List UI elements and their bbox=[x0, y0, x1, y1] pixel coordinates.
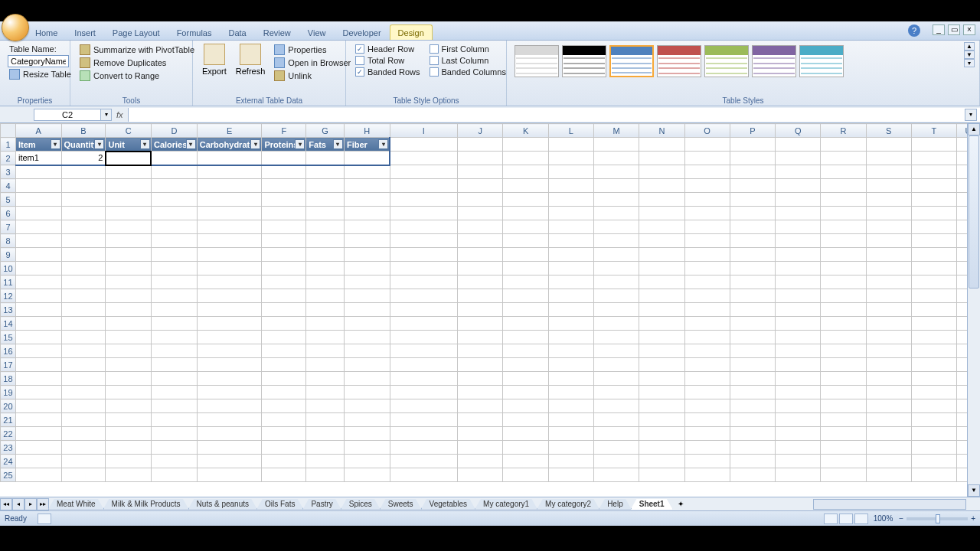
sheet-tab-sheet1[interactable]: Sheet1 bbox=[631, 499, 673, 510]
cell-J16[interactable] bbox=[458, 344, 503, 358]
cell-E24[interactable] bbox=[197, 455, 262, 468]
cell-E7[interactable] bbox=[197, 220, 262, 234]
sheet-tab-spices[interactable]: Spices bbox=[341, 499, 381, 510]
cell-C5[interactable] bbox=[106, 193, 151, 207]
cell-M24[interactable] bbox=[593, 455, 639, 468]
cell-K4[interactable] bbox=[503, 179, 548, 193]
export-button[interactable]: Export bbox=[198, 42, 231, 77]
cell-E3[interactable] bbox=[197, 165, 262, 179]
cell-P23[interactable] bbox=[730, 441, 775, 455]
cell-N21[interactable] bbox=[639, 413, 684, 427]
cell-G22[interactable] bbox=[306, 427, 345, 441]
cell-A16[interactable] bbox=[15, 344, 61, 358]
cell-E16[interactable] bbox=[197, 344, 262, 358]
cell-S22[interactable] bbox=[866, 427, 911, 441]
cell-K9[interactable] bbox=[503, 248, 548, 262]
cell-R4[interactable] bbox=[821, 179, 866, 193]
col-header-H[interactable]: H bbox=[344, 124, 390, 138]
cell-J11[interactable] bbox=[458, 276, 503, 289]
cell-I6[interactable] bbox=[390, 207, 458, 220]
cell-A11[interactable] bbox=[15, 276, 61, 289]
cell-O15[interactable] bbox=[684, 331, 730, 344]
cell-R13[interactable] bbox=[821, 303, 866, 317]
cell-K10[interactable] bbox=[503, 262, 548, 276]
cell-R17[interactable] bbox=[821, 358, 866, 372]
col-header-P[interactable]: P bbox=[730, 124, 775, 138]
cell-O5[interactable] bbox=[684, 193, 730, 207]
cell-L7[interactable] bbox=[548, 220, 593, 234]
cell-C8[interactable] bbox=[106, 234, 151, 248]
formula-expand-button[interactable]: ▾ bbox=[965, 109, 977, 121]
cell-N16[interactable] bbox=[639, 344, 684, 358]
cell-R10[interactable] bbox=[821, 262, 866, 276]
cell-I4[interactable] bbox=[390, 179, 458, 193]
cell-S7[interactable] bbox=[866, 220, 911, 234]
name-box-dropdown[interactable]: ▾ bbox=[101, 109, 112, 121]
cell-R25[interactable] bbox=[821, 468, 866, 482]
cell-E25[interactable] bbox=[197, 468, 262, 482]
office-button[interactable] bbox=[2, 14, 29, 41]
sheet-tab-help[interactable]: Help bbox=[599, 499, 632, 510]
cell-R3[interactable] bbox=[821, 165, 866, 179]
row-header-10[interactable]: 10 bbox=[1, 262, 16, 276]
cell-K12[interactable] bbox=[503, 289, 548, 303]
cell-J7[interactable] bbox=[458, 220, 503, 234]
cell-O20[interactable] bbox=[684, 399, 730, 413]
cell-O19[interactable] bbox=[684, 386, 730, 399]
cell-D12[interactable] bbox=[151, 289, 197, 303]
sheet-tab-vegetables[interactable]: Vegetables bbox=[421, 499, 476, 510]
cell-C3[interactable] bbox=[106, 165, 151, 179]
row-header-1[interactable]: 1 bbox=[1, 138, 16, 152]
cell-C9[interactable] bbox=[106, 248, 151, 262]
cell-T2[interactable] bbox=[911, 152, 956, 165]
cell-G12[interactable] bbox=[306, 289, 345, 303]
col-header-C[interactable]: C bbox=[106, 124, 151, 138]
styleopt-tr[interactable]: Total Row bbox=[354, 55, 422, 66]
cell-T20[interactable] bbox=[911, 399, 956, 413]
sheet-nav-first[interactable]: ◂◂ bbox=[0, 498, 12, 510]
cell-A20[interactable] bbox=[15, 399, 61, 413]
filter-dropdown-fiber[interactable]: ▾ bbox=[378, 139, 388, 149]
cell-F21[interactable] bbox=[262, 413, 306, 427]
cell-L10[interactable] bbox=[548, 262, 593, 276]
cell-B3[interactable] bbox=[61, 165, 106, 179]
cell-S25[interactable] bbox=[866, 468, 911, 482]
cell-G24[interactable] bbox=[306, 455, 345, 468]
cell-L16[interactable] bbox=[548, 344, 593, 358]
cell-A15[interactable] bbox=[15, 331, 61, 344]
row-header-24[interactable]: 24 bbox=[1, 455, 16, 468]
cell-D20[interactable] bbox=[151, 399, 197, 413]
cell-H19[interactable] bbox=[344, 386, 390, 399]
cell-I7[interactable] bbox=[390, 220, 458, 234]
cell-P22[interactable] bbox=[730, 427, 775, 441]
cell-O12[interactable] bbox=[684, 289, 730, 303]
cell-G14[interactable] bbox=[306, 317, 345, 331]
cell-Q19[interactable] bbox=[776, 386, 821, 399]
cell-L18[interactable] bbox=[548, 372, 593, 386]
cell-H7[interactable] bbox=[344, 220, 390, 234]
remove-duplicates-button[interactable]: Remove Duplicates bbox=[78, 57, 196, 69]
cell-E23[interactable] bbox=[197, 441, 262, 455]
cell-Q25[interactable] bbox=[776, 468, 821, 482]
refresh-button[interactable]: Refresh bbox=[231, 42, 270, 77]
styleopt-hr[interactable]: ✓Header Row bbox=[354, 44, 422, 54]
cell-M15[interactable] bbox=[593, 331, 639, 344]
cell-M21[interactable] bbox=[593, 413, 639, 427]
cell-T7[interactable] bbox=[911, 220, 956, 234]
cell-M7[interactable] bbox=[593, 220, 639, 234]
cell-Q7[interactable] bbox=[776, 220, 821, 234]
sheet-tab-milk---milk-products[interactable]: Milk & Milk Products bbox=[103, 499, 189, 510]
cell-F7[interactable] bbox=[262, 220, 306, 234]
cell-B17[interactable] bbox=[61, 358, 106, 372]
summarize-pivot-button[interactable]: Summarize with PivotTable bbox=[78, 44, 196, 56]
cell-A6[interactable] bbox=[15, 207, 61, 220]
styleopt-lc[interactable]: Last Column bbox=[428, 55, 508, 66]
cell-T15[interactable] bbox=[911, 331, 956, 344]
cell-I11[interactable] bbox=[390, 276, 458, 289]
cell-L8[interactable] bbox=[548, 234, 593, 248]
sheet-tab-meat-white[interactable]: Meat White bbox=[48, 499, 104, 510]
cell-M17[interactable] bbox=[593, 358, 639, 372]
filter-dropdown-item[interactable]: ▾ bbox=[51, 139, 60, 149]
sheet-tab-my-category2[interactable]: My category2 bbox=[537, 499, 599, 510]
cell-O17[interactable] bbox=[684, 358, 730, 372]
